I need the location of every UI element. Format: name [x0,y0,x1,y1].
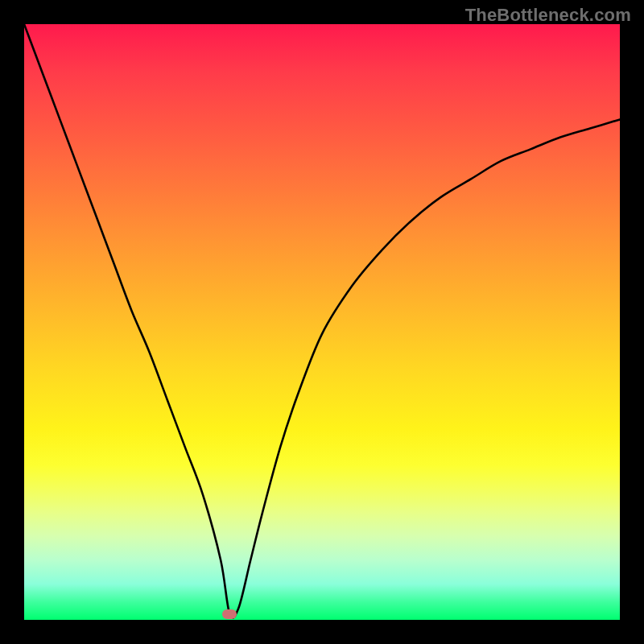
optimum-marker [222,609,237,619]
plot-area [24,24,620,620]
watermark-label: TheBottleneck.com [465,5,631,26]
bottleneck-curve [24,24,620,620]
chart-frame: TheBottleneck.com [0,0,644,644]
